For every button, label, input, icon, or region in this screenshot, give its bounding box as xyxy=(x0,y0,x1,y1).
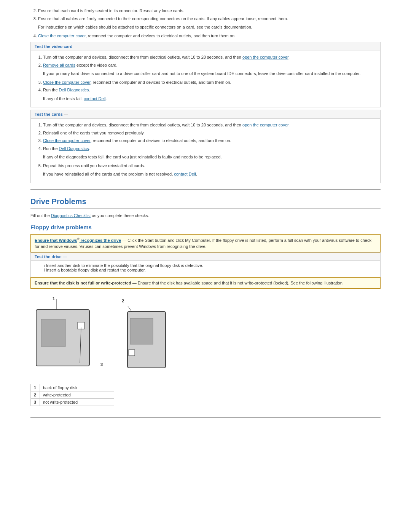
legend-table: 1 back of floppy disk 2 write-protected … xyxy=(30,384,114,406)
ensure-disk-box: Ensure that the disk is not full or writ… xyxy=(30,277,381,289)
tc-item-5: Repeat this process until you have reins… xyxy=(43,163,376,169)
floppy-drive-title: Floppy drive problems xyxy=(30,224,381,230)
vc-item-4-text: Run the xyxy=(43,88,59,92)
close-computer-cover-link-2[interactable]: Close the computer cover xyxy=(43,80,91,85)
video-card-content: Turn off the computer and devices, disco… xyxy=(31,51,380,107)
item4-text: , reconnect the computer and devices to … xyxy=(86,34,236,38)
drive-problems-section: Drive Problems Fill out the Diagnostics … xyxy=(30,197,381,406)
dp-intro-before: Fill out the xyxy=(30,213,51,218)
legend-num-1: 1 xyxy=(31,384,40,391)
test-drive-list: Insert another disk to eliminate the pos… xyxy=(44,263,375,272)
legend-row-1: 1 back of floppy disk xyxy=(31,384,114,391)
td-item-2: Insert a bootable floppy disk and restar… xyxy=(44,268,375,272)
tc-reinstall-before: If you have reinstalled all of the cards… xyxy=(43,172,174,176)
vc-item-2: Remove all cards except the video card. xyxy=(43,62,376,69)
legend-label-2: write-protected xyxy=(40,391,114,399)
dp-intro-after: as you complete these checks. xyxy=(91,213,149,218)
svg-line-8 xyxy=(128,306,132,312)
top-cards-section: Ensure that each card is firmly seated i… xyxy=(30,8,381,39)
test-drive-header[interactable]: Test the drive — xyxy=(31,253,380,261)
dell-diagnostics-link-2[interactable]: Dell Diagnostics xyxy=(59,146,89,151)
vc-item-1: Turn off the computer and devices, disco… xyxy=(43,54,376,61)
tc-item-4: Run the Dell Diagnostics. xyxy=(43,145,376,152)
tc-diag-note: If any of the diagnostics tests fail, th… xyxy=(43,154,376,160)
vc-item-2-end: except the video card. xyxy=(75,63,118,67)
vc-fail-text: If any of the tests fail, contact Dell. xyxy=(43,96,376,102)
video-card-header[interactable]: Test the video card — xyxy=(31,42,380,51)
svg-rect-7 xyxy=(129,350,135,356)
ensure-disk-rest: — Ensure that the disk has available spa… xyxy=(131,281,344,285)
list-item-2: Ensure that each card is firmly seated i… xyxy=(38,8,381,14)
test-drive-arrow: — xyxy=(63,254,67,259)
vc-item-4: Run the Dell Diagnostics. xyxy=(43,87,376,93)
tc-reinstall-after: . xyxy=(196,172,197,176)
label-2: 2 xyxy=(122,299,124,303)
test-drive-section: Test the drive — Insert another disk to … xyxy=(30,252,381,277)
tc-reinstall-note: If you have reinstalled all of the cards… xyxy=(43,171,376,177)
test-drive-content: Insert another disk to eliminate the pos… xyxy=(31,261,380,277)
tc-item-2: Reinstall one of the cards that you remo… xyxy=(43,130,376,136)
legend-row-3: 3 not write-protected xyxy=(31,399,114,406)
vc-note: If your primary hard drive is connected … xyxy=(43,70,376,77)
vc-item-3: Close the computer cover, reconnect the … xyxy=(43,79,376,86)
close-computer-cover-link[interactable]: Close the computer cover xyxy=(38,34,86,38)
remove-all-cards-link[interactable]: Remove all cards xyxy=(43,63,75,67)
dell-diagnostics-link-1[interactable]: Dell Diagnostics xyxy=(59,88,89,92)
test-drive-header-text: Test the drive xyxy=(35,254,62,259)
tc-item-1: Turn off the computer and devices, disco… xyxy=(43,122,376,128)
contact-dell-link-2[interactable]: contact Dell xyxy=(174,172,196,176)
floppy-right-svg xyxy=(122,304,175,376)
open-computer-cover-link-2[interactable]: open the computer cover xyxy=(242,123,288,127)
test-cards-arrow: — xyxy=(64,112,68,117)
floppy-left-svg xyxy=(30,296,99,369)
tc-diag-text: If any of the diagnostics tests fail, th… xyxy=(43,154,376,160)
tc-item-1-text: Turn off the computer and devices, disco… xyxy=(43,123,242,127)
contact-dell-link-1[interactable]: contact Dell xyxy=(84,96,105,101)
open-computer-cover-link-1[interactable]: open the computer cover xyxy=(242,55,288,59)
video-card-section: Test the video card — Turn off the compu… xyxy=(30,42,381,107)
test-cards-content: Turn off the computer and devices, disco… xyxy=(31,119,380,183)
legend-num-3: 3 xyxy=(31,399,40,406)
vc-fail-after: . xyxy=(105,96,107,101)
diagnostics-checklist-link[interactable]: Diagnostics Checklist xyxy=(51,213,91,218)
ensure-disk-bold: Ensure that the disk is not full or writ… xyxy=(35,281,131,285)
legend-num-2: 2 xyxy=(31,391,40,399)
floppy-left-diagram: 1 3 xyxy=(30,296,99,369)
tc-item-3-end: , reconnect the computer and devices to … xyxy=(91,138,231,143)
vc-item-4-end: . xyxy=(89,88,90,92)
vc-item-1-text: Turn off the computer and devices, disco… xyxy=(43,55,242,59)
floppy-diagram: 1 3 2 xyxy=(30,296,381,376)
legend-label-1: back of floppy disk xyxy=(40,384,114,391)
video-card-arrow: — xyxy=(74,44,78,49)
test-cards-section: Test the cards — Turn off the computer a… xyxy=(30,110,381,183)
ensure-windows-bold: Ensure that Windows xyxy=(35,238,77,243)
cables-note: For instructions on which cables should … xyxy=(38,24,381,30)
vc-fail-note: If any of the tests fail, contact Dell. xyxy=(43,96,376,102)
drive-problems-intro: Fill out the Diagnostics Checklist as yo… xyxy=(30,212,381,219)
tc-item-1-end: . xyxy=(288,123,290,127)
test-cards-header-text: Test the cards xyxy=(35,112,63,117)
tc-item-2-text: Reinstall one of the cards that you remo… xyxy=(43,131,145,135)
section-divider-2 xyxy=(30,417,381,418)
close-computer-cover-link-3[interactable]: Close the computer cover xyxy=(43,138,91,143)
ensure-windows-rest: recognizes the drive xyxy=(80,238,121,243)
floppy-right-diagram: 2 xyxy=(122,304,171,376)
test-cards-header[interactable]: Test the cards — xyxy=(31,110,380,119)
vc-item-1-end: . xyxy=(288,55,290,59)
tc-item-4-text: Run the xyxy=(43,146,59,151)
legend-label-3: not write-protected xyxy=(40,399,114,406)
label-3: 3 xyxy=(100,362,103,367)
svg-rect-6 xyxy=(130,318,153,344)
vc-fail-before: If any of the tests fail, xyxy=(43,96,84,101)
list-item-4: Close the computer cover, reconnect the … xyxy=(38,33,381,39)
vc-note-block: If your primary hard drive is connected … xyxy=(43,70,376,77)
drive-problems-title: Drive Problems xyxy=(30,197,381,209)
tc-reinstall-text: If you have reinstalled all of the cards… xyxy=(43,171,376,177)
td-item-1: Insert another disk to eliminate the pos… xyxy=(44,263,375,268)
vc-item-3-end: , reconnect the computer and devices to … xyxy=(91,80,231,85)
tc-item-3: Close the computer cover, reconnect the … xyxy=(43,137,376,144)
ensure-windows-box: Ensure that Windows® recognizes the driv… xyxy=(30,234,381,252)
svg-rect-1 xyxy=(41,319,65,347)
tc-item-4-end: . xyxy=(89,146,90,151)
video-card-header-text: Test the video card xyxy=(35,44,72,49)
